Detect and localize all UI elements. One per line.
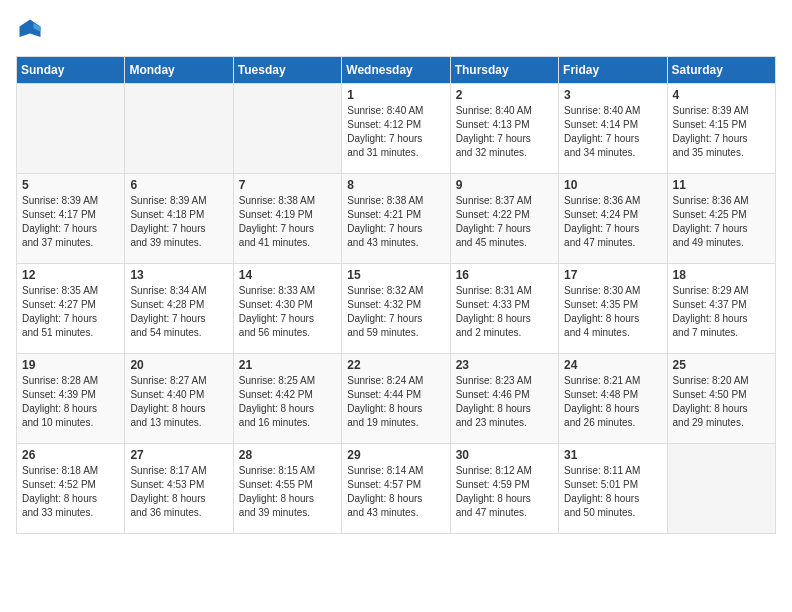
day-number: 26 — [22, 448, 119, 462]
day-number: 9 — [456, 178, 553, 192]
cell-text: Sunset: 4:59 PM — [456, 478, 553, 492]
cell-text: Sunset: 4:40 PM — [130, 388, 227, 402]
cell-text: Sunset: 4:50 PM — [673, 388, 770, 402]
cell-text: and 36 minutes. — [130, 506, 227, 520]
cell-text: Sunrise: 8:39 AM — [22, 194, 119, 208]
cell-text: Sunset: 4:15 PM — [673, 118, 770, 132]
cell-text: Sunrise: 8:27 AM — [130, 374, 227, 388]
calendar-cell: 19Sunrise: 8:28 AMSunset: 4:39 PMDayligh… — [17, 354, 125, 444]
cell-text: Sunrise: 8:33 AM — [239, 284, 336, 298]
calendar-cell: 24Sunrise: 8:21 AMSunset: 4:48 PMDayligh… — [559, 354, 667, 444]
cell-text: Sunset: 4:57 PM — [347, 478, 444, 492]
day-number: 1 — [347, 88, 444, 102]
cell-text: Sunrise: 8:40 AM — [347, 104, 444, 118]
cell-text: Sunrise: 8:31 AM — [456, 284, 553, 298]
calendar-cell — [17, 84, 125, 174]
cell-text: and 47 minutes. — [564, 236, 661, 250]
cell-text: Daylight: 8 hours — [347, 492, 444, 506]
cell-text: and 51 minutes. — [22, 326, 119, 340]
calendar-cell: 18Sunrise: 8:29 AMSunset: 4:37 PMDayligh… — [667, 264, 775, 354]
calendar-cell: 16Sunrise: 8:31 AMSunset: 4:33 PMDayligh… — [450, 264, 558, 354]
cell-text: Sunset: 4:55 PM — [239, 478, 336, 492]
cell-text: Sunrise: 8:29 AM — [673, 284, 770, 298]
cell-text: Sunrise: 8:40 AM — [564, 104, 661, 118]
cell-text: Daylight: 7 hours — [347, 222, 444, 236]
day-number: 28 — [239, 448, 336, 462]
cell-text: and 45 minutes. — [456, 236, 553, 250]
day-number: 23 — [456, 358, 553, 372]
cell-text: Sunrise: 8:25 AM — [239, 374, 336, 388]
cell-text: Sunset: 4:27 PM — [22, 298, 119, 312]
calendar-cell: 17Sunrise: 8:30 AMSunset: 4:35 PMDayligh… — [559, 264, 667, 354]
cell-text: Sunset: 4:22 PM — [456, 208, 553, 222]
cell-text: Sunrise: 8:36 AM — [673, 194, 770, 208]
page-header — [16, 16, 776, 44]
calendar-cell: 21Sunrise: 8:25 AMSunset: 4:42 PMDayligh… — [233, 354, 341, 444]
day-number: 10 — [564, 178, 661, 192]
calendar-cell: 30Sunrise: 8:12 AMSunset: 4:59 PMDayligh… — [450, 444, 558, 534]
cell-text: Daylight: 8 hours — [564, 402, 661, 416]
day-number: 29 — [347, 448, 444, 462]
day-number: 14 — [239, 268, 336, 282]
cell-text: Sunrise: 8:40 AM — [456, 104, 553, 118]
day-number: 25 — [673, 358, 770, 372]
cell-text: Daylight: 7 hours — [456, 132, 553, 146]
cell-text: and 54 minutes. — [130, 326, 227, 340]
cell-text: and 41 minutes. — [239, 236, 336, 250]
cell-text: Daylight: 7 hours — [22, 222, 119, 236]
cell-text: and 50 minutes. — [564, 506, 661, 520]
calendar-week-4: 19Sunrise: 8:28 AMSunset: 4:39 PMDayligh… — [17, 354, 776, 444]
cell-text: Daylight: 8 hours — [239, 492, 336, 506]
cell-text: Daylight: 7 hours — [347, 132, 444, 146]
calendar-cell: 3Sunrise: 8:40 AMSunset: 4:14 PMDaylight… — [559, 84, 667, 174]
day-number: 30 — [456, 448, 553, 462]
cell-text: Sunset: 4:25 PM — [673, 208, 770, 222]
calendar-cell: 2Sunrise: 8:40 AMSunset: 4:13 PMDaylight… — [450, 84, 558, 174]
cell-text: Sunrise: 8:39 AM — [673, 104, 770, 118]
logo-icon — [16, 16, 44, 44]
calendar-cell — [125, 84, 233, 174]
cell-text: Sunrise: 8:35 AM — [22, 284, 119, 298]
calendar-cell: 15Sunrise: 8:32 AMSunset: 4:32 PMDayligh… — [342, 264, 450, 354]
cell-text: Sunset: 4:44 PM — [347, 388, 444, 402]
calendar-cell: 26Sunrise: 8:18 AMSunset: 4:52 PMDayligh… — [17, 444, 125, 534]
calendar-cell: 27Sunrise: 8:17 AMSunset: 4:53 PMDayligh… — [125, 444, 233, 534]
cell-text: and 39 minutes. — [130, 236, 227, 250]
cell-text: Sunset: 4:12 PM — [347, 118, 444, 132]
cell-text: Daylight: 7 hours — [673, 132, 770, 146]
calendar-cell: 11Sunrise: 8:36 AMSunset: 4:25 PMDayligh… — [667, 174, 775, 264]
calendar-cell: 6Sunrise: 8:39 AMSunset: 4:18 PMDaylight… — [125, 174, 233, 264]
calendar-week-5: 26Sunrise: 8:18 AMSunset: 4:52 PMDayligh… — [17, 444, 776, 534]
cell-text: Daylight: 7 hours — [130, 312, 227, 326]
calendar-cell: 10Sunrise: 8:36 AMSunset: 4:24 PMDayligh… — [559, 174, 667, 264]
calendar-cell: 8Sunrise: 8:38 AMSunset: 4:21 PMDaylight… — [342, 174, 450, 264]
cell-text: Sunrise: 8:15 AM — [239, 464, 336, 478]
cell-text: Daylight: 8 hours — [456, 402, 553, 416]
cell-text: Sunset: 4:21 PM — [347, 208, 444, 222]
cell-text: Sunset: 4:39 PM — [22, 388, 119, 402]
day-number: 15 — [347, 268, 444, 282]
day-number: 16 — [456, 268, 553, 282]
calendar-cell: 14Sunrise: 8:33 AMSunset: 4:30 PMDayligh… — [233, 264, 341, 354]
cell-text: and 2 minutes. — [456, 326, 553, 340]
cell-text: Sunset: 4:32 PM — [347, 298, 444, 312]
cell-text: and 43 minutes. — [347, 236, 444, 250]
cell-text: and 7 minutes. — [673, 326, 770, 340]
cell-text: and 34 minutes. — [564, 146, 661, 160]
cell-text: Sunrise: 8:11 AM — [564, 464, 661, 478]
calendar-cell: 29Sunrise: 8:14 AMSunset: 4:57 PMDayligh… — [342, 444, 450, 534]
cell-text: and 31 minutes. — [347, 146, 444, 160]
day-number: 13 — [130, 268, 227, 282]
cell-text: and 37 minutes. — [22, 236, 119, 250]
cell-text: Daylight: 8 hours — [347, 402, 444, 416]
calendar: SundayMondayTuesdayWednesdayThursdayFrid… — [16, 56, 776, 534]
day-number: 6 — [130, 178, 227, 192]
calendar-cell: 31Sunrise: 8:11 AMSunset: 5:01 PMDayligh… — [559, 444, 667, 534]
day-number: 27 — [130, 448, 227, 462]
calendar-cell: 5Sunrise: 8:39 AMSunset: 4:17 PMDaylight… — [17, 174, 125, 264]
day-number: 7 — [239, 178, 336, 192]
cell-text: Sunset: 4:53 PM — [130, 478, 227, 492]
calendar-cell: 23Sunrise: 8:23 AMSunset: 4:46 PMDayligh… — [450, 354, 558, 444]
cell-text: Sunset: 4:14 PM — [564, 118, 661, 132]
cell-text: Sunrise: 8:23 AM — [456, 374, 553, 388]
